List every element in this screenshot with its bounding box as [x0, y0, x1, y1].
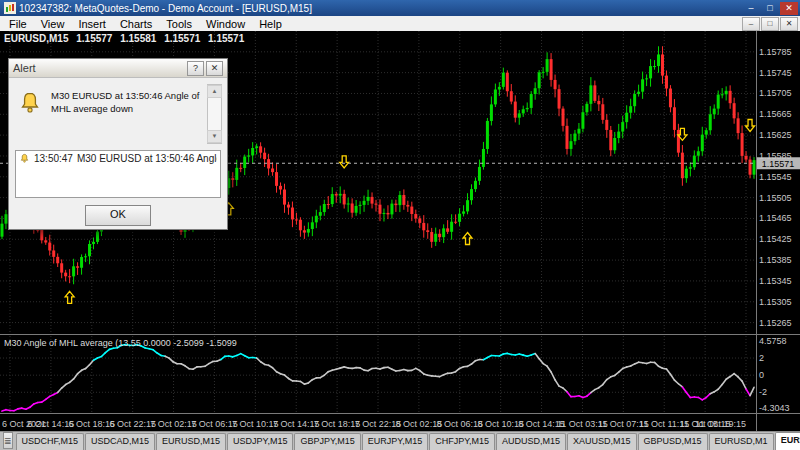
candle-body [665, 76, 668, 89]
price-scale-label: 1.15465 [759, 213, 792, 223]
candle-body [64, 273, 67, 277]
candle-body [438, 234, 441, 237]
candle-body [390, 204, 393, 215]
chart-tab-usdjpy-m15[interactable]: USDJPY,M15 [227, 433, 293, 450]
window-close-button[interactable]: ✕ [780, 2, 798, 15]
candle-body [633, 94, 636, 106]
candle-body [382, 213, 385, 214]
candle-body [355, 206, 358, 213]
price-scale-label: 1.15745 [759, 68, 792, 78]
candle-body [267, 159, 270, 168]
time-axis-label: 8 Oct 02:15 [396, 419, 443, 429]
candle-body [470, 189, 473, 200]
price-scale-label: 1.15385 [759, 255, 792, 265]
candle-body [462, 211, 465, 213]
window-restore-button[interactable]: □ [761, 2, 779, 15]
indicator-line-segment [706, 394, 710, 398]
alert-close-button[interactable]: ✕ [206, 61, 223, 76]
alert-dialog-titlebar[interactable]: Alert ? ✕ [9, 59, 227, 78]
candle-body [255, 146, 258, 148]
candle-body [402, 195, 405, 205]
candle-body [657, 54, 660, 66]
time-axis-label: 7 Oct 18:15 [314, 419, 361, 429]
chart-tab-gbpusd-m15[interactable]: GBPUSD,M15 [638, 433, 708, 450]
menu-item-window[interactable]: Window [199, 16, 252, 31]
candle-body [378, 205, 381, 214]
chart-tab-usdchf-m15[interactable]: USDCHF,M15 [16, 433, 85, 450]
chart-restore-button[interactable]: □ [761, 17, 779, 31]
indicator-line-segment [555, 380, 559, 386]
menu-item-file[interactable]: File [2, 16, 34, 31]
ok-button[interactable]: OK [85, 205, 151, 226]
candle-body [275, 172, 278, 186]
chart-list-icon[interactable]: ≣ [3, 432, 13, 449]
down-arrow-signal [340, 156, 349, 168]
child-window-controls: – □ ✕ [741, 17, 800, 31]
candle-body [442, 228, 445, 237]
chart-tab-eurusd-m15[interactable]: EURUSD,M15 [775, 432, 800, 450]
candle-body [303, 230, 306, 232]
chart-tab-xauusd-m15[interactable]: XAUUSD,M15 [567, 433, 637, 450]
candle-body [466, 200, 469, 211]
chart-tab-eurjpy-m15[interactable]: EURJPY,M15 [362, 433, 428, 450]
candle-body [542, 72, 545, 73]
price-scale-label: 1.15265 [759, 318, 792, 328]
time-axis-label: 6 Oct 14:15 [28, 419, 75, 429]
price-scale-label: 1.15505 [759, 193, 792, 203]
menu-item-insert[interactable]: Insert [71, 16, 113, 31]
alert-help-button[interactable]: ? [187, 61, 204, 76]
chart-tab-eurusd-m1[interactable]: EURUSD,M1 [709, 433, 774, 450]
chart-tab-chfjpy-m15[interactable]: CHFJPY,M15 [429, 433, 495, 450]
chart-tab-audusd-m15[interactable]: AUDUSD,M15 [496, 433, 566, 450]
chart-tab-gbpjpy-m15[interactable]: GBPJPY,M15 [294, 433, 360, 450]
candle-body [605, 120, 608, 130]
alert-scrollbar[interactable]: ▲ ▼ [207, 84, 222, 144]
window-minimize-button[interactable]: – [742, 2, 760, 15]
candle-body [733, 103, 736, 118]
candle-body [311, 222, 314, 229]
app-icon [4, 2, 16, 14]
candle-body [426, 230, 429, 232]
candle-body [327, 204, 330, 205]
menu-items: FileViewInsertChartsToolsWindowHelp [2, 16, 289, 31]
candle-body [40, 230, 43, 240]
candle-body [625, 113, 628, 122]
candle-body [287, 205, 290, 208]
chart-tab-usdcad-m15[interactable]: USDCAD,M15 [85, 433, 155, 450]
indicator-line-segment [722, 379, 726, 384]
indicator-line-segment [74, 374, 78, 379]
time-axis-label: 8 Oct 10:15 [477, 419, 524, 429]
alert-message-text: M30 EURUSD at 13:50:46 Angle of MHL aver… [51, 90, 205, 116]
alert-ok-row: OK [9, 205, 227, 226]
alert-dialog: Alert ? ✕ M30 EURUSD at 13:50:46 Angle o… [8, 58, 228, 230]
scroll-down-icon[interactable]: ▼ [207, 130, 222, 143]
candle-body [430, 232, 433, 242]
menu-item-view[interactable]: View [34, 16, 72, 31]
candle-body [538, 72, 541, 88]
time-axis-label: 7 Oct 14:15 [273, 419, 320, 429]
candle-body [410, 207, 413, 214]
menu-item-help[interactable]: Help [252, 16, 289, 31]
candle-body [458, 214, 461, 222]
candle-body [80, 257, 83, 268]
alert-list-row[interactable]: 13:50:47M30 EURUSD at 13:50:46 Angle of … [16, 151, 220, 166]
metatrader-window: 102347382: MetaQuotes-Demo - Demo Accoun… [0, 0, 800, 450]
chart-tab-eurusd-m15[interactable]: EURUSD,M15 [156, 433, 226, 450]
indicator-line-segment [86, 365, 90, 369]
candle-body [56, 257, 59, 263]
candle-body [554, 80, 557, 89]
candle-body [689, 167, 692, 168]
candle-body [534, 88, 537, 94]
alert-history-list: 13:50:47M30 EURUSD at 13:50:46 Angle of … [15, 150, 221, 198]
candle-body [96, 232, 99, 242]
menu-item-tools[interactable]: Tools [159, 16, 199, 31]
chart-close-button[interactable]: ✕ [780, 17, 798, 31]
scroll-up-icon[interactable]: ▲ [207, 85, 222, 98]
candle-body [637, 92, 640, 94]
menu-item-charts[interactable]: Charts [113, 16, 159, 31]
candle-body [434, 234, 437, 242]
candle-body [558, 89, 561, 108]
candle-body [701, 135, 704, 152]
chart-minimize-button[interactable]: – [742, 17, 760, 31]
indicator-scale-max: 4.5758 [759, 336, 787, 346]
